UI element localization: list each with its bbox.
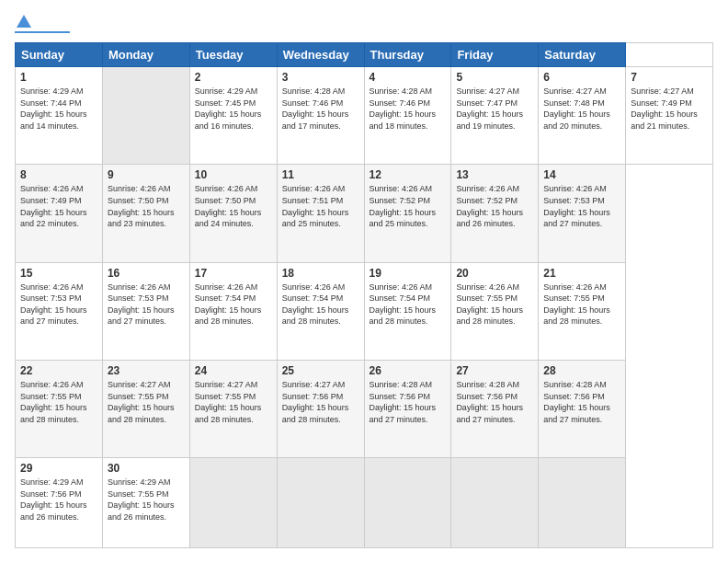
table-row: 18Sunrise: 4:26 AMSunset: 7:54 PMDayligh… (277, 262, 364, 360)
table-row: 11Sunrise: 4:26 AMSunset: 7:51 PMDayligh… (277, 165, 364, 262)
col-saturday: Saturday (539, 43, 626, 67)
table-row: 20Sunrise: 4:26 AMSunset: 7:55 PMDayligh… (451, 262, 539, 360)
table-row: 10Sunrise: 4:26 AMSunset: 7:50 PMDayligh… (189, 165, 277, 262)
table-row: 3Sunrise: 4:28 AMSunset: 7:46 PMDaylight… (277, 67, 364, 165)
table-row: 24Sunrise: 4:27 AMSunset: 7:55 PMDayligh… (189, 360, 277, 457)
col-monday: Monday (102, 43, 189, 67)
logo-text (15, 15, 33, 29)
calendar-header-row: Sunday Monday Tuesday Wednesday Thursday… (16, 43, 713, 67)
table-row: 21Sunrise: 4:26 AMSunset: 7:55 PMDayligh… (539, 262, 626, 360)
table-row: 17Sunrise: 4:26 AMSunset: 7:54 PMDayligh… (189, 262, 277, 360)
logo-triangle-icon (17, 15, 31, 28)
table-row: 13Sunrise: 4:26 AMSunset: 7:52 PMDayligh… (451, 165, 539, 262)
table-row: 15Sunrise: 4:26 AMSunset: 7:53 PMDayligh… (16, 262, 103, 360)
table-row (277, 458, 364, 548)
table-row: 25Sunrise: 4:27 AMSunset: 7:56 PMDayligh… (277, 360, 364, 457)
table-row: 6Sunrise: 4:27 AMSunset: 7:48 PMDaylight… (539, 67, 626, 165)
table-row: 19Sunrise: 4:26 AMSunset: 7:54 PMDayligh… (364, 262, 451, 360)
calendar-table: Sunday Monday Tuesday Wednesday Thursday… (15, 42, 713, 548)
col-wednesday: Wednesday (277, 43, 364, 67)
table-row: 9Sunrise: 4:26 AMSunset: 7:50 PMDaylight… (102, 165, 189, 262)
table-row (102, 67, 189, 165)
col-thursday: Thursday (364, 43, 451, 67)
col-sunday: Sunday (16, 43, 103, 67)
logo (15, 15, 70, 33)
table-row: 5Sunrise: 4:27 AMSunset: 7:47 PMDaylight… (451, 67, 539, 165)
table-row: 14Sunrise: 4:26 AMSunset: 7:53 PMDayligh… (539, 165, 626, 262)
table-row (451, 458, 539, 548)
table-row: 2Sunrise: 4:29 AMSunset: 7:45 PMDaylight… (189, 67, 277, 165)
table-row: 16Sunrise: 4:26 AMSunset: 7:53 PMDayligh… (102, 262, 189, 360)
table-row: 1Sunrise: 4:29 AMSunset: 7:44 PMDaylight… (16, 67, 103, 165)
col-friday: Friday (451, 43, 539, 67)
table-row: 8Sunrise: 4:26 AMSunset: 7:49 PMDaylight… (16, 165, 103, 262)
page: Sunday Monday Tuesday Wednesday Thursday… (0, 0, 728, 563)
table-row (539, 458, 626, 548)
table-row: 7Sunrise: 4:27 AMSunset: 7:49 PMDaylight… (626, 67, 713, 165)
header (15, 15, 713, 33)
table-row: 29Sunrise: 4:29 AMSunset: 7:56 PMDayligh… (16, 458, 103, 548)
table-row: 28Sunrise: 4:28 AMSunset: 7:56 PMDayligh… (539, 360, 626, 457)
logo-underline (15, 31, 70, 33)
table-row (364, 458, 451, 548)
table-row: 26Sunrise: 4:28 AMSunset: 7:56 PMDayligh… (364, 360, 451, 457)
table-row: 27Sunrise: 4:28 AMSunset: 7:56 PMDayligh… (451, 360, 539, 457)
table-row (189, 458, 277, 548)
table-row: 23Sunrise: 4:27 AMSunset: 7:55 PMDayligh… (102, 360, 189, 457)
table-row: 4Sunrise: 4:28 AMSunset: 7:46 PMDaylight… (364, 67, 451, 165)
table-row: 12Sunrise: 4:26 AMSunset: 7:52 PMDayligh… (364, 165, 451, 262)
table-row: 30Sunrise: 4:29 AMSunset: 7:55 PMDayligh… (102, 458, 189, 548)
table-row: 22Sunrise: 4:26 AMSunset: 7:55 PMDayligh… (16, 360, 103, 457)
col-tuesday: Tuesday (189, 43, 277, 67)
